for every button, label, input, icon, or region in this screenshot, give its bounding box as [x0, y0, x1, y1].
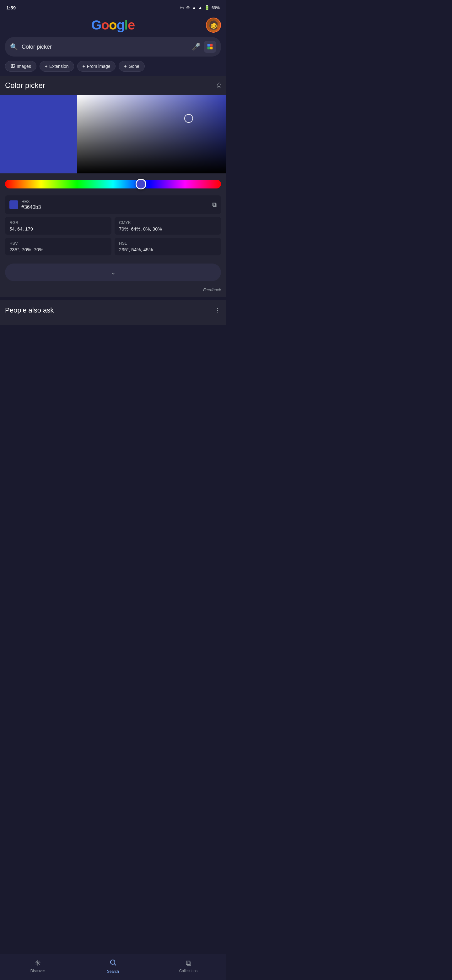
section-header: People also ask ⋮: [5, 306, 221, 314]
wifi-icon: ▲: [192, 5, 196, 10]
logo-l: l: [124, 18, 128, 32]
search-query: Color picker: [22, 44, 188, 50]
google-logo: Google: [91, 16, 135, 32]
rgb-box: RGB 54, 64, 179: [5, 217, 111, 235]
chip-extension[interactable]: + Extension: [40, 61, 74, 72]
status-icons: 🗝 ⊖ ▲ ▲ 🔋 69%: [180, 5, 220, 10]
plus-icon-3: +: [124, 64, 127, 69]
chevron-down-icon: ⌄: [111, 269, 116, 276]
logo-g2: g: [117, 18, 125, 32]
hsl-value: 235°, 54%, 45%: [119, 247, 217, 252]
battery-level: 69%: [212, 5, 220, 10]
svg-rect-2: [208, 47, 210, 49]
feedback-link[interactable]: Feedback: [203, 287, 221, 292]
rgb-value: 54, 64, 179: [10, 226, 107, 231]
color-solid-preview: [0, 95, 77, 173]
svg-rect-1: [210, 44, 213, 47]
color-codes-grid: RGB 54, 64, 179 CMYK 70%, 64%, 0%, 30% H…: [5, 217, 221, 255]
hex-color-swatch: [10, 200, 18, 209]
people-also-ask-title: People also ask: [5, 306, 54, 314]
hsl-box: HSL 235°, 54%, 45%: [114, 238, 221, 255]
section-divider: [0, 297, 226, 300]
plus-icon-1: +: [45, 64, 48, 69]
chip-from-image-label: From image: [87, 64, 111, 69]
signal-icon: ▲: [198, 5, 203, 10]
rgb-label: RGB: [10, 220, 107, 225]
feedback-row: Feedback: [0, 286, 226, 297]
widget-header: Color picker ⎙: [0, 81, 226, 95]
gradient-picker-handle[interactable]: [184, 114, 193, 123]
color-gradient-area[interactable]: [0, 95, 226, 173]
battery-icon: 🔋: [205, 5, 210, 10]
logo-e: e: [128, 18, 135, 32]
expand-button[interactable]: ⌄: [5, 264, 221, 281]
chip-from-image[interactable]: + From image: [77, 61, 116, 72]
bottom-spacer: [0, 325, 226, 366]
color-values: HEX #3640b3 ⧉ RGB 54, 64, 179 CMYK 70%, …: [0, 192, 226, 259]
chip-gone[interactable]: + Gone: [119, 61, 144, 72]
circle-icon: ⊖: [186, 5, 190, 10]
plus-icon-2: +: [82, 64, 85, 69]
cmyk-box: CMYK 70%, 64%, 0%, 30%: [114, 217, 221, 235]
hex-value: #3640b3: [21, 204, 212, 210]
hex-left: HEX #3640b3: [21, 199, 212, 210]
svg-rect-0: [208, 44, 210, 47]
hsv-box: HSV 235°, 70%, 70%: [5, 238, 111, 255]
avatar-image: 🧔: [208, 20, 219, 30]
status-bar: 1:59 🗝 ⊖ ▲ ▲ 🔋 69%: [0, 0, 226, 14]
logo-g: G: [91, 18, 102, 32]
chip-images-label: Images: [17, 64, 31, 69]
hue-slider-container: [0, 173, 226, 192]
search-bar-container: 🔍 Color picker 🎤: [0, 37, 226, 61]
hue-slider-track[interactable]: [5, 180, 221, 188]
cmyk-label: CMYK: [119, 220, 217, 225]
cmyk-value: 70%, 64%, 0%, 30%: [119, 226, 217, 231]
google-logo-container: Google: [20, 19, 206, 32]
hue-slider-thumb[interactable]: [136, 179, 146, 189]
people-also-ask-section: People also ask ⋮: [0, 300, 226, 325]
hsl-label: HSL: [119, 241, 217, 246]
logo-o1: o: [101, 18, 109, 32]
avatar[interactable]: 🧔: [206, 18, 221, 33]
logo-o2: o: [109, 18, 117, 32]
filter-chips: 🖼 Images + Extension + From image + Gone: [0, 61, 226, 76]
chip-gone-label: Gone: [129, 64, 140, 69]
voice-search-icon[interactable]: 🎤: [192, 43, 200, 51]
color-gradient-canvas[interactable]: [77, 95, 226, 173]
hsv-value: 235°, 70%, 70%: [10, 247, 107, 252]
share-icon[interactable]: ⎙: [217, 81, 221, 89]
key-icon: 🗝: [180, 5, 184, 10]
images-icon: 🖼: [10, 64, 15, 69]
search-bar[interactable]: 🔍 Color picker 🎤: [5, 37, 221, 57]
hex-row: HEX #3640b3 ⧉: [5, 196, 221, 214]
copy-icon[interactable]: ⧉: [212, 201, 217, 208]
widget-title: Color picker: [5, 81, 45, 90]
header: Google 🧔: [0, 14, 226, 37]
more-options-icon[interactable]: ⋮: [214, 307, 221, 314]
chip-extension-label: Extension: [49, 64, 68, 69]
status-time: 1:59: [6, 5, 16, 10]
color-picker-widget: Color picker ⎙ HEX #3640b3 ⧉ RGB 54: [0, 76, 226, 297]
hsv-label: HSV: [10, 241, 107, 246]
svg-rect-3: [210, 47, 213, 49]
lens-icon[interactable]: [204, 41, 216, 53]
search-icon: 🔍: [10, 43, 18, 51]
chip-images[interactable]: 🖼 Images: [5, 61, 36, 72]
hex-label: HEX: [21, 199, 212, 204]
